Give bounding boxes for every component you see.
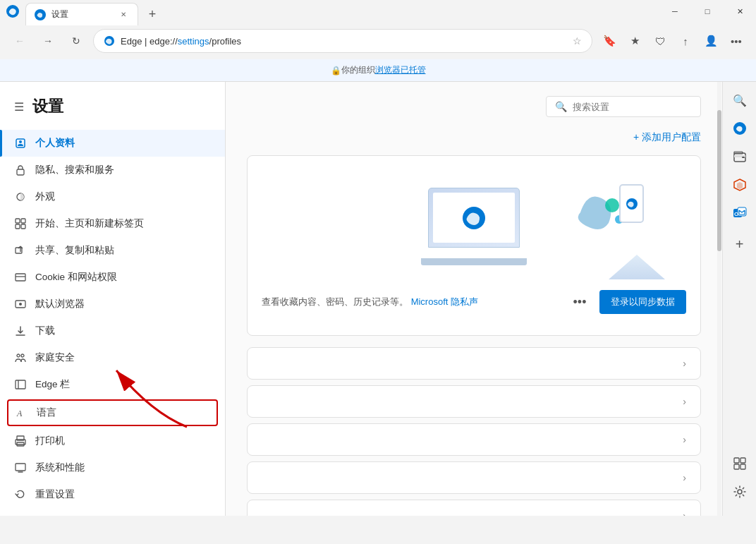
right-panel-search[interactable]: 🔍 <box>727 87 752 113</box>
section-row-1[interactable]: › <box>247 347 701 380</box>
laptop-illustration <box>421 188 527 265</box>
profile-signin-row: 查看收藏内容、密码、历史记录等。 Microsoft 隐私声 ••• 登录以同步… <box>262 283 686 321</box>
laptop-base <box>421 258 527 265</box>
window-controls: ─ □ ✕ <box>659 0 756 23</box>
svg-text:O: O <box>734 211 738 217</box>
sidebar-item-reset[interactable]: 重置设置 <box>0 481 225 508</box>
maximize-button[interactable]: □ <box>691 0 724 23</box>
tab-close-button[interactable]: ✕ <box>118 9 129 20</box>
right-panel-wallet[interactable] <box>727 144 752 169</box>
signin-button[interactable]: 登录以同步数据 <box>599 290 686 314</box>
title-bar: 设置 ✕ + ─ □ ✕ <box>0 0 756 23</box>
chevron-right-5: › <box>683 510 686 516</box>
section-row-2[interactable]: › <box>247 385 701 418</box>
close-button[interactable]: ✕ <box>724 0 756 23</box>
search-box[interactable]: 🔍 <box>546 96 701 117</box>
svg-rect-46 <box>740 464 745 469</box>
privacy-link[interactable]: Microsoft 隐私声 <box>411 296 478 307</box>
privacy-nav-icon <box>14 164 27 176</box>
scrollbar-thumb[interactable] <box>717 110 721 251</box>
sidebar-menu-icon[interactable]: ☰ <box>14 100 24 114</box>
share-toolbar-icon[interactable]: ↑ <box>674 30 697 52</box>
section-row-4[interactable]: › <box>247 461 701 494</box>
print-nav-icon <box>14 435 27 447</box>
url-display[interactable]: Edge | edge://settings/profiles <box>121 36 567 47</box>
sidebar-item-system[interactable]: 系统和性能 <box>0 454 225 481</box>
back-button[interactable]: ← <box>8 30 31 52</box>
chevron-right-1: › <box>683 358 686 369</box>
sidebar-item-default[interactable]: 默认浏览器 <box>0 291 225 318</box>
sidebar-item-share[interactable]: 共享、复制和粘贴 <box>0 237 225 264</box>
right-panel-grid-bottom[interactable] <box>727 451 752 476</box>
sidebar-item-profile[interactable]: 个人资料 <box>0 130 225 157</box>
section-row-5[interactable]: › <box>247 500 701 516</box>
active-tab[interactable]: 设置 ✕ <box>25 3 138 25</box>
sidebar-item-mobile[interactable]: 手机和其他设备 <box>0 508 225 516</box>
sidebar-label-system: 系统和性能 <box>35 461 85 474</box>
mobile-nav-icon <box>14 515 27 516</box>
add-profile-button[interactable]: + 添加用户配置 <box>247 131 701 144</box>
svg-text:A: A <box>16 409 23 418</box>
svg-rect-8 <box>21 219 25 223</box>
new-tab-button[interactable]: + <box>141 3 164 25</box>
managed-icon: 🔒 <box>331 66 341 75</box>
right-panel-settings-bottom[interactable] <box>727 479 752 504</box>
right-panel-collections[interactable] <box>727 116 752 141</box>
chevron-right-2: › <box>683 396 686 407</box>
bookmark-icon[interactable]: ☆ <box>573 35 582 47</box>
address-bar: ← → ↻ Edge | edge://settings/profiles ☆ … <box>0 23 756 59</box>
collections-toolbar-icon[interactable]: 🔖 <box>598 30 621 52</box>
forward-button[interactable]: → <box>37 30 59 52</box>
toolbar-icons: 🔖 ★ 🛡 ↑ 👤 ••• <box>598 30 748 52</box>
sidebar-item-appearance[interactable]: 外观 <box>0 183 225 210</box>
scrollbar-area <box>717 82 721 516</box>
settings-sidebar: ☰ 设置 个人资料 隐私、搜索和服务 外观 <box>0 82 226 516</box>
settings-search-bar: 🔍 <box>247 96 701 117</box>
url-bar[interactable]: Edge | edge://settings/profiles ☆ <box>93 29 592 53</box>
minimize-button[interactable]: ─ <box>659 0 691 23</box>
profile-nav-icon <box>14 137 27 150</box>
shield-toolbar-icon[interactable]: 🛡 <box>649 30 671 52</box>
sidebar-label-appearance: 外观 <box>35 191 55 203</box>
tab-bar: 设置 ✕ + <box>25 0 750 25</box>
sidebar-label-download: 下载 <box>35 325 55 337</box>
sidebar-item-print[interactable]: 打印机 <box>0 428 225 454</box>
svg-rect-45 <box>734 464 739 469</box>
chevron-right-3: › <box>683 434 686 445</box>
share-nav-icon <box>14 244 27 257</box>
sidebar-item-start[interactable]: 开始、主页和新建标签页 <box>0 210 225 237</box>
sidebar-item-cookies[interactable]: Cookie 和网站权限 <box>0 264 225 291</box>
edgebar-nav-icon <box>14 378 27 391</box>
favorites-toolbar-icon[interactable]: ★ <box>623 30 646 52</box>
family-nav-icon <box>14 351 27 364</box>
sidebar-label-cookies: Cookie 和网站权限 <box>35 271 117 284</box>
sidebar-label-family: 家庭安全 <box>35 351 75 364</box>
search-input[interactable] <box>573 102 692 112</box>
refresh-button[interactable]: ↻ <box>65 30 87 52</box>
svg-point-17 <box>17 354 20 357</box>
svg-rect-38 <box>742 157 745 158</box>
sidebar-item-privacy[interactable]: 隐私、搜索和服务 <box>0 157 225 183</box>
more-options-button[interactable]: ••• <box>568 291 591 313</box>
profile-toolbar-icon[interactable]: 👤 <box>700 30 722 52</box>
sidebar-label-mobile: 手机和其他设备 <box>35 515 104 516</box>
right-panel-outlook[interactable]: O <box>727 200 752 226</box>
more-toolbar-button[interactable]: ••• <box>725 30 748 52</box>
managed-link[interactable]: 浏览器已托管 <box>375 64 426 76</box>
language-nav-icon: A <box>16 406 28 419</box>
right-panel: 🔍 O <box>722 82 756 516</box>
sidebar-item-language[interactable]: A 语言 <box>7 399 218 426</box>
right-panel-add[interactable]: + <box>727 231 752 257</box>
svg-rect-12 <box>16 274 25 281</box>
sidebar-item-download[interactable]: 下载 <box>0 318 225 344</box>
sidebar-label-privacy: 隐私、搜索和服务 <box>35 164 114 176</box>
system-nav-icon <box>14 461 27 474</box>
svg-point-47 <box>738 490 742 494</box>
tab-title: 设置 <box>51 8 68 20</box>
sidebar-item-edgebar[interactable]: Edge 栏 <box>0 371 225 398</box>
right-panel-office[interactable] <box>727 172 752 198</box>
svg-point-15 <box>19 303 22 306</box>
section-row-3[interactable]: › <box>247 423 701 456</box>
sidebar-item-family[interactable]: 家庭安全 <box>0 344 225 371</box>
svg-rect-5 <box>17 169 24 175</box>
